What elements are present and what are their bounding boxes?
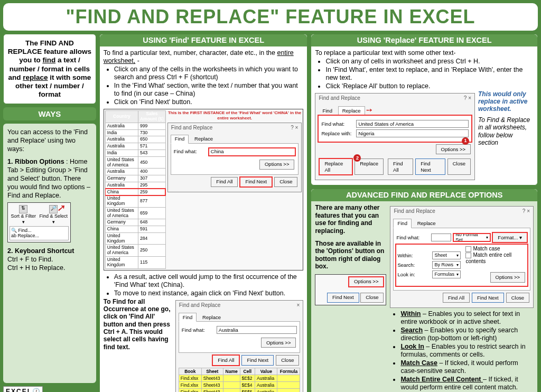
- step-1-badge: 1: [462, 137, 469, 145]
- dlg2-results: BookSheetNameCellValueFormula Find.xlsxS…: [179, 368, 301, 392]
- ways-intro: You can access to the 'Find and Replace'…: [7, 128, 92, 153]
- dlg2-find-label: Find what:: [182, 327, 214, 333]
- repdlg-replaceall-button[interactable]: Replace All: [319, 158, 352, 175]
- dlg1-findnext-button[interactable]: Find Next: [240, 177, 272, 187]
- column-left: The FIND AND REPLACE feature allows you …: [3, 34, 96, 392]
- find-after-bullets: As a result, active cell would jump to t…: [104, 273, 304, 297]
- adv-b1-t: Search: [400, 326, 423, 334]
- adv-left1: There are many other features that you c…: [315, 204, 386, 235]
- advdlg-find-input[interactable]: [431, 234, 451, 241]
- advdlg-tab-replace[interactable]: Replace: [413, 219, 440, 228]
- advdlg-tab-find[interactable]: Find: [393, 219, 411, 228]
- dlg1-tab-find[interactable]: Find: [171, 135, 189, 144]
- dlg1-help-icon[interactable]: ? ×: [291, 125, 298, 131]
- find-b3: Click on 'Find Next' button.: [114, 98, 304, 106]
- dlg2-find-input[interactable]: Australia: [217, 326, 297, 334]
- advdlg-look-select[interactable]: Formulas: [432, 270, 461, 278]
- mini-close-button[interactable]: Close: [360, 293, 384, 303]
- adv-b4-t: Match Entire Cell Content: [400, 376, 483, 383]
- adv-b0-t: Within: [400, 310, 421, 318]
- advanced-box: ADVANCED FIND AND REPLACE OPTIONS There …: [311, 189, 538, 392]
- repdlg-findall-button[interactable]: Find All: [388, 158, 413, 175]
- adv-bullets: Within – Enables you to select for text …: [390, 310, 534, 391]
- advdlg-options-button[interactable]: Options >>: [490, 272, 525, 282]
- repdlg-replace-input[interactable]: Nigeria: [356, 129, 469, 137]
- dlg1-findall-button[interactable]: Find All: [211, 177, 238, 187]
- logo: EXCEL🕐 Unlocked: [3, 386, 43, 392]
- main-grid: The FIND AND REPLACE feature allows you …: [3, 34, 538, 392]
- repdlg-title: Find and Replace: [319, 95, 360, 101]
- advdlg-entire-checkbox[interactable]: [465, 253, 471, 258]
- tbl-h1: Country: [105, 111, 138, 123]
- find-box: USING 'Find' FEATURE IN EXCEL To find a …: [99, 34, 308, 392]
- advdlg-findall-button[interactable]: Find All: [443, 293, 470, 303]
- dlg1-title: Find and Replace: [171, 125, 212, 131]
- red-arrow-icon: ➙: [366, 106, 372, 114]
- find-intro2: -: [135, 57, 139, 64]
- column-right: USING 'Replace' FEATURE IN EXCEL To repl…: [311, 34, 538, 392]
- advanced-header: ADVANCED FIND AND REPLACE OPTIONS: [311, 189, 537, 201]
- adv-b3-t: Match Case: [400, 359, 437, 367]
- replace-b1: Click on any of cells in worksheet and p…: [325, 58, 534, 66]
- title-bar: "FIND AND REPLACE" FEATURE IN EXCEL: [3, 3, 538, 31]
- advdlg-matchcase-label: Match case: [473, 246, 500, 251]
- mini-findnext-button[interactable]: Find Next: [327, 293, 359, 303]
- replace-dialog: Find and Replace? × Find Replace ➙ Find …: [315, 93, 475, 180]
- advdlg-findnext-button[interactable]: Find Next: [472, 293, 504, 303]
- repdlg-help-icon[interactable]: ? ×: [464, 95, 471, 101]
- advdlg-search-select[interactable]: By Rows: [432, 261, 461, 269]
- find-bullets: Click on any of the cells in the workshe…: [104, 66, 304, 106]
- dlg2-tab-find[interactable]: Find: [179, 313, 197, 322]
- dlg1-options-button[interactable]: Options >>: [259, 160, 294, 170]
- adv-left2: Those are available in the 'Options' but…: [315, 240, 386, 270]
- first-instance-caption: This is the FIRST INSTANCE of the 'Find …: [167, 110, 302, 120]
- repdlg-findnext-button[interactable]: Find Next: [415, 158, 445, 175]
- logo-block: EXCEL🕐 Unlocked https://excelunlocked.co…: [3, 386, 96, 392]
- country-table: CountrySales Amount ($) Australia999 Ind…: [105, 110, 166, 268]
- repdlg-find-input[interactable]: United States of America: [356, 120, 469, 128]
- advdlg-noformat[interactable]: No Format Set: [453, 234, 490, 241]
- menu-replace-item[interactable]: ab Replace...: [11, 233, 67, 238]
- ribbon-sort-filter[interactable]: ⇅ Sort & Filter ▾: [11, 205, 36, 225]
- repdlg-tab-find[interactable]: Find: [318, 106, 336, 115]
- replace-header: USING 'Replace' FEATURE IN EXCEL: [311, 34, 537, 46]
- find-b1: Click on any of the cells in the workshe…: [114, 66, 304, 81]
- replace-bullets: Click on any of cells in worksheet and p…: [315, 58, 534, 90]
- find-after2: To move to next instance, again click on…: [114, 290, 304, 297]
- repdlg-tab-replace[interactable]: Replace: [338, 106, 365, 115]
- dlg2-findall-button[interactable]: Find All: [212, 355, 239, 365]
- dlg2-options-button[interactable]: Options >>: [261, 338, 296, 348]
- adv-b2-t: Look In: [400, 343, 424, 350]
- advdlg-matchcase-checkbox[interactable]: [465, 246, 471, 252]
- page-title: "FIND AND REPLACE" FEATURE IN EXCEL: [14, 6, 527, 28]
- dlg1-find-label: Find what:: [174, 149, 207, 155]
- dlg2-findnext-button[interactable]: Find Next: [241, 355, 274, 365]
- menu-find-item[interactable]: 🔍 Find...: [11, 228, 67, 233]
- find-header: USING 'Find' FEATURE IN EXCEL: [100, 34, 307, 46]
- column-mid: USING 'Find' FEATURE IN EXCEL To find a …: [99, 34, 308, 392]
- advdlg-help-icon[interactable]: ? ×: [523, 208, 530, 214]
- ways-body: You can access to the 'Find and Replace'…: [3, 124, 96, 383]
- repdlg-replace-label: Replace with:: [321, 130, 354, 136]
- find-intro1: To find a particular text, number, chara…: [104, 49, 277, 57]
- dlg1-find-input[interactable]: China: [209, 148, 296, 156]
- advdlg-within-select[interactable]: Sheet: [432, 251, 461, 259]
- replace-box: USING 'Replace' FEATURE IN EXCEL To repl…: [311, 34, 538, 185]
- dlg2-close-button[interactable]: Close: [276, 355, 299, 365]
- mini-options-button[interactable]: Options >>: [349, 277, 384, 287]
- ways-kb-title: 2. Keyboard Shortcut: [7, 247, 74, 255]
- repdlg-options-button[interactable]: Options >>: [436, 144, 471, 154]
- advdlg-close-button[interactable]: Close: [506, 293, 529, 303]
- intro-box: The FIND AND REPLACE feature allows you …: [3, 34, 96, 104]
- find-after1: As a result, active cell would jump to t…: [114, 273, 304, 289]
- advdlg-search-label: Search:: [397, 262, 430, 268]
- dlg1-tab-replace[interactable]: Replace: [190, 135, 217, 144]
- tbl-h2: Sales Amount ($): [138, 111, 165, 123]
- repdlg-close-button[interactable]: Close: [447, 158, 471, 175]
- dlg2-tab-replace[interactable]: Replace: [198, 313, 225, 322]
- dlg2-close-icon[interactable]: ×: [297, 302, 300, 309]
- advdlg-format-button[interactable]: Format... ▾: [492, 232, 527, 242]
- ways-header: WAYS: [3, 107, 96, 120]
- ribbon-findselect-label: Find & Select ▾: [39, 213, 68, 224]
- dlg1-close-button[interactable]: Close: [274, 177, 297, 187]
